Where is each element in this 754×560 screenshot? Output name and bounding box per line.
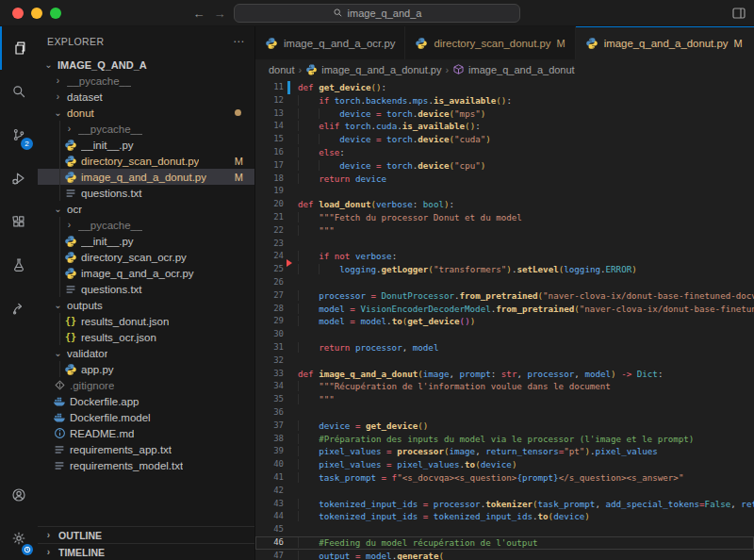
- code-line-43[interactable]: 43 tokenized_input_ids = processor.token…: [255, 498, 754, 511]
- code-line-41[interactable]: 41 task_prompt = f"<s_docvqa><s_question…: [255, 471, 754, 485]
- code-line-36[interactable]: 36: [255, 406, 754, 420]
- tree-item-questions.txt[interactable]: questions.txt: [38, 281, 254, 297]
- breadcrumb-item[interactable]: image_q_and_a_donut.py: [321, 64, 441, 75]
- tree-item-__pycache__[interactable]: ›__pycache__: [38, 121, 254, 137]
- tree-item-.gitignore[interactable]: .gitignore: [38, 377, 254, 393]
- chevron-right-icon: ›: [53, 75, 63, 86]
- code-editor[interactable]: 1011def get_device():12 if torch.backend…: [255, 79, 754, 560]
- tree-item-outputs[interactable]: ⌄outputs: [38, 297, 254, 313]
- tree-item-label: results_ocr.json: [81, 332, 156, 343]
- section-outline[interactable]: ›OUTLINE: [38, 526, 254, 543]
- breadcrumb-item[interactable]: image_q_and_a_donut: [468, 64, 575, 75]
- forward-button[interactable]: →: [211, 5, 228, 22]
- tree-item-dockerfile.app[interactable]: Dockerfile.app: [38, 393, 254, 409]
- line-number: 21: [255, 211, 284, 224]
- code-line-22[interactable]: 22 """: [255, 224, 754, 238]
- line-number: 12: [255, 94, 284, 107]
- code-line-25[interactable]: 25 logging.getLogger("transformers").set…: [255, 263, 754, 276]
- tree-item-image_q_and_a_donut.py[interactable]: image_q_and_a_donut.pyM: [38, 169, 254, 185]
- layout-icon[interactable]: [731, 6, 746, 21]
- search-icon[interactable]: [0, 70, 38, 113]
- tree-item-directory_scan_ocr.py[interactable]: directory_scan_ocr.py: [38, 249, 254, 265]
- code-line-33[interactable]: 33def image_q_and_a_donut(image, prompt:…: [255, 368, 754, 381]
- code-line-47[interactable]: 47 output = model.generate(: [255, 550, 754, 560]
- tree-item-results_ocr.json[interactable]: {}results_ocr.json: [38, 329, 254, 345]
- tree-item-__pycache__[interactable]: ›__pycache__: [38, 217, 254, 233]
- extensions-icon[interactable]: [0, 200, 38, 243]
- code-line-29[interactable]: 29 model = model.to(get_device()): [255, 315, 754, 328]
- close-window-button[interactable]: [12, 8, 24, 19]
- command-center-search[interactable]: image_q_and_a: [234, 4, 520, 23]
- tree-item-dataset[interactable]: ›dataset: [38, 89, 254, 105]
- code-line-15[interactable]: 15 device = torch.device("cuda"): [255, 133, 754, 146]
- tree-item-__init__.py[interactable]: __init__.py: [38, 137, 254, 153]
- code-line-23[interactable]: 23: [255, 238, 754, 251]
- code-line-32[interactable]: 32: [255, 354, 754, 368]
- tree-root-image_q_and_a[interactable]: ⌄IMAGE_Q_AND_A: [38, 57, 254, 73]
- breadcrumb-item[interactable]: donut: [269, 64, 295, 75]
- code-line-30[interactable]: 30: [255, 328, 754, 341]
- explorer-icon[interactable]: [0, 26, 38, 70]
- minimize-window-button[interactable]: [31, 8, 42, 19]
- line-number: 33: [255, 368, 284, 381]
- tree-item-app.py[interactable]: app.py: [38, 361, 254, 377]
- code-line-11[interactable]: 11def get_device():: [255, 81, 754, 94]
- tab-image_q_and_a_donut-py[interactable]: image_q_and_a_donut.pyM×: [576, 26, 754, 59]
- code-line-44[interactable]: 44 tokenized_input_ids = tokenized_input…: [255, 510, 754, 523]
- tree-item-requirements_model.txt[interactable]: requirements_model.txt: [38, 457, 254, 473]
- zoom-window-button[interactable]: [50, 8, 61, 19]
- source-control-icon[interactable]: 2: [0, 113, 38, 156]
- code-line-35[interactable]: 35 """: [255, 393, 754, 406]
- settings-icon[interactable]: [0, 517, 38, 560]
- run-debug-icon[interactable]: [0, 156, 38, 200]
- code-line-21[interactable]: 21 """Fetch du processor Donut et du mod…: [255, 211, 754, 224]
- code-line-24[interactable]: 24 if not verbose:: [255, 250, 754, 263]
- tree-item-requirements_app.txt[interactable]: requirements_app.txt: [38, 441, 254, 457]
- code-line-16[interactable]: 16 else:: [255, 146, 754, 159]
- code-line-19[interactable]: 19: [255, 185, 754, 198]
- code-line-28[interactable]: 28 model = VisionEncoderDecoderModel.fro…: [255, 303, 754, 316]
- code-line-18[interactable]: 18 return device: [255, 173, 754, 186]
- scm-changes-badge: 2: [21, 138, 33, 150]
- code-line-46[interactable]: 46 #Feeding du model récupération de l'o…: [255, 536, 754, 550]
- tree-item-validator[interactable]: ⌄validator: [38, 345, 254, 361]
- share-icon[interactable]: [0, 287, 38, 330]
- tree-item-donut[interactable]: ⌄donut: [38, 105, 254, 121]
- back-button[interactable]: ←: [190, 5, 207, 22]
- breadcrumb[interactable]: donut›image_q_and_a_donut.py›image_q_and…: [255, 59, 754, 79]
- tree-item-__init__.py[interactable]: __init__.py: [38, 233, 254, 249]
- code-line-27[interactable]: 27 processor = DonutProcessor.from_pretr…: [255, 289, 754, 303]
- tab-image_q_and_a_ocr-py[interactable]: image_q_and_a_ocr.py: [255, 26, 405, 59]
- testing-icon[interactable]: [0, 243, 38, 287]
- code-line-45[interactable]: 45: [255, 523, 754, 536]
- code-line-38[interactable]: 38 #Préparation des inputs du model via …: [255, 433, 754, 446]
- tree-item-readme.md[interactable]: README.md: [38, 425, 254, 441]
- tree-item-questions.txt[interactable]: questions.txt: [38, 185, 254, 201]
- tree-item-directory_scan_donut.py[interactable]: directory_scan_donut.pyM: [38, 153, 254, 169]
- code-line-14[interactable]: 14 elif torch.cuda.is_available():: [255, 120, 754, 133]
- tree-item-image_q_and_a_ocr.py[interactable]: image_q_and_a_ocr.py: [38, 265, 254, 281]
- code-line-34[interactable]: 34 """Récupération de l'information voul…: [255, 380, 754, 393]
- code-line-42[interactable]: 42: [255, 485, 754, 498]
- code-line-20[interactable]: 20def load_donut(verbose: bool):: [255, 198, 754, 211]
- line-number: 26: [255, 276, 284, 289]
- code-line-26[interactable]: 26: [255, 276, 754, 289]
- code-line-31[interactable]: 31 return processor, model: [255, 341, 754, 354]
- tree-item-ocr[interactable]: ⌄ocr: [38, 201, 254, 217]
- line-number: 27: [255, 289, 284, 303]
- more-actions-icon[interactable]: ⋯: [233, 35, 245, 48]
- code-line-40[interactable]: 40 pixel_values = pixel_values.to(device…: [255, 458, 754, 471]
- tree-item-results_donut.json[interactable]: {}results_donut.json: [38, 313, 254, 329]
- code-line-39[interactable]: 39 pixel_values = processor(image, retur…: [255, 445, 754, 458]
- code-line-12[interactable]: 12 if torch.backends.mps.is_available():: [255, 94, 754, 107]
- code-line-13[interactable]: 13 device = torch.device("mps"): [255, 107, 754, 121]
- tree-item-dockerfile.model[interactable]: Dockerfile.model: [38, 409, 254, 425]
- tab-directory_scan_donut-py[interactable]: directory_scan_donut.pyM: [405, 26, 575, 59]
- section-timeline[interactable]: ›TIMELINE: [38, 543, 254, 560]
- code-line-37[interactable]: 37 device = get_device(): [255, 420, 754, 433]
- code-line-17[interactable]: 17 device = torch.device("cpu"): [255, 159, 754, 173]
- tab-label: image_q_and_a_donut.py: [604, 38, 729, 49]
- settings-sync-badge: [22, 544, 33, 555]
- tree-item-__pycache__[interactable]: ›__pycache__: [38, 73, 254, 89]
- account-icon[interactable]: [0, 473, 38, 517]
